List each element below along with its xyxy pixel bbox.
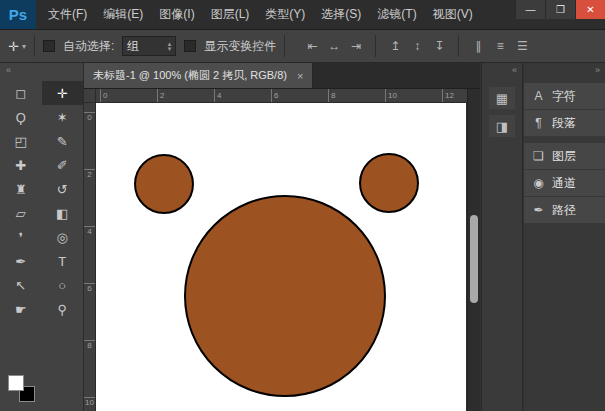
menu-layer[interactable]: 图层(L) — [203, 0, 258, 29]
gradient-tool[interactable]: ◧ — [42, 201, 84, 225]
right-ear-circle[interactable] — [360, 154, 418, 212]
ellipse-shape-tool[interactable]: ○ — [42, 273, 84, 297]
panel-group-1: ❏图层◉通道✒路径 — [524, 143, 605, 223]
maximize-button[interactable]: ❐ — [545, 0, 575, 19]
align-right-edges-button[interactable]: ⇥ — [347, 37, 365, 55]
panel-button-channels[interactable]: ◉通道 — [524, 170, 605, 196]
align-vertical-centers-button[interactable]: ↕ — [408, 37, 426, 55]
ruler-tick: 4 — [214, 89, 221, 102]
toolbar-collapse-icon[interactable]: « — [0, 63, 83, 81]
auto-select-label: 自动选择: — [63, 38, 114, 55]
crop-tool[interactable]: ◰ — [0, 129, 42, 153]
align-top-edges-button[interactable]: ↥ — [386, 37, 404, 55]
align-bottom-edges-button[interactable]: ↧ — [430, 37, 448, 55]
ruler-corner — [84, 89, 96, 103]
panel-button-character[interactable]: A字符 — [524, 83, 605, 109]
tool-preset-picker[interactable]: ✛ ▾ — [8, 39, 26, 54]
menu-file[interactable]: 文件(F) — [40, 0, 95, 29]
left-ear-circle[interactable] — [135, 155, 193, 213]
pen-tool-icon: ✒ — [15, 254, 26, 269]
hand-tool[interactable]: ☛ — [0, 297, 42, 321]
ruler-tick: 2 — [157, 89, 164, 102]
menu-type[interactable]: 类型(Y) — [257, 0, 313, 29]
eyedropper-tool[interactable]: ✎ — [42, 129, 84, 153]
ruler-tick: 10 — [385, 89, 397, 102]
show-transform-checkbox[interactable] — [184, 40, 196, 52]
window-controls: — ❐ ✕ — [515, 0, 605, 19]
menu-select[interactable]: 选择(S) — [313, 0, 369, 29]
zoom-tool[interactable]: ⚲ — [42, 297, 84, 321]
distribute-centers-button[interactable]: ≡ — [491, 37, 509, 55]
rectangular-marquee-tool-icon: ◻ — [15, 86, 26, 101]
channels-icon: ◉ — [532, 176, 545, 190]
zoom-tool-icon: ⚲ — [57, 302, 67, 317]
eyedropper-tool-icon: ✎ — [57, 134, 68, 149]
type-tool[interactable]: T — [42, 249, 84, 273]
menu-edit[interactable]: 编辑(E) — [95, 0, 151, 29]
options-separator — [375, 35, 376, 57]
ruler-tick: 10 — [84, 397, 95, 407]
tab-close-icon[interactable]: × — [297, 70, 303, 82]
healing-brush-tool[interactable]: ✚ — [0, 153, 42, 177]
brush-tool-icon: ✐ — [57, 158, 68, 173]
clone-stamp-tool[interactable]: ♜ — [0, 177, 42, 201]
panel-button-paragraph[interactable]: ¶段落 — [524, 110, 605, 136]
head-circle[interactable] — [185, 196, 385, 396]
auto-select-target-value: 组 — [127, 38, 139, 55]
foreground-color-swatch[interactable] — [8, 375, 24, 391]
panel-label-layers: 图层 — [552, 148, 576, 165]
eraser-tool[interactable]: ▱ — [0, 201, 42, 225]
options-separator — [284, 35, 285, 57]
align-group-1: ↥↕↧ — [386, 37, 448, 55]
path-selection-tool[interactable]: ↖ — [0, 273, 42, 297]
ruler-tick: 0 — [84, 112, 95, 122]
panel-button-layers[interactable]: ❏图层 — [524, 143, 605, 169]
minimize-button[interactable]: — — [515, 0, 545, 19]
menu-image[interactable]: 图像(I) — [151, 0, 202, 29]
menu-view[interactable]: 视图(V) — [425, 0, 481, 29]
canvas[interactable] — [96, 103, 466, 411]
collapsed-panel-dock: « ▦◨ — [481, 63, 523, 411]
document-tab-title: 未标题-1 @ 100% (椭圆 2 拷贝, RGB/8) — [93, 68, 287, 83]
close-button[interactable]: ✕ — [575, 0, 605, 19]
spinner-arrows-icon: ▴ ▾ — [168, 41, 172, 51]
history-brush-tool[interactable]: ↺ — [42, 177, 84, 201]
type-tool-icon: T — [58, 254, 66, 269]
dodge-tool[interactable]: ◎ — [42, 225, 84, 249]
collapsed-panel-icon-2[interactable]: ◨ — [489, 115, 515, 137]
eraser-tool-icon: ▱ — [16, 206, 26, 221]
vertical-scrollbar[interactable] — [467, 89, 480, 411]
blur-tool-icon: ❜ — [19, 230, 23, 245]
clone-stamp-tool-icon: ♜ — [15, 182, 27, 197]
gradient-tool-icon: ◧ — [56, 206, 68, 221]
align-horizontal-centers-button[interactable]: ↔ — [325, 37, 343, 55]
panel-button-paths[interactable]: ✒路径 — [524, 197, 605, 223]
lasso-tool[interactable]: Ϙ — [0, 105, 42, 129]
pen-tool[interactable]: ✒ — [0, 249, 42, 273]
spinner-down-icon: ▾ — [168, 46, 172, 51]
align-left-edges-button[interactable]: ⇤ — [303, 37, 321, 55]
panel-group-0: A字符¶段落 — [524, 83, 605, 136]
document-tab[interactable]: 未标题-1 @ 100% (椭圆 2 拷贝, RGB/8) × — [84, 63, 313, 88]
right-dock-collapse-icon[interactable]: » — [524, 63, 605, 81]
dock-collapse-icon[interactable]: « — [482, 63, 522, 81]
collapsed-panel-icon-1[interactable]: ▦ — [489, 87, 515, 109]
crop-tool-icon: ◰ — [15, 134, 27, 149]
brush-tool[interactable]: ✐ — [42, 153, 84, 177]
panel-label-character: 字符 — [552, 88, 576, 105]
distribute-horizontal-button[interactable]: ∥ — [469, 37, 487, 55]
options-separator — [34, 35, 35, 57]
auto-select-target-dropdown[interactable]: 组 ▴ ▾ — [122, 36, 176, 56]
magic-wand-tool[interactable]: ✶ — [42, 105, 84, 129]
path-selection-tool-icon: ↖ — [15, 278, 26, 293]
scrollbar-thumb[interactable] — [470, 215, 478, 303]
ruler-tick: 6 — [84, 283, 95, 293]
move-tool[interactable]: ✛ — [42, 81, 84, 105]
panel-label-channels: 通道 — [552, 175, 576, 192]
menu-filter[interactable]: 滤镜(T) — [369, 0, 424, 29]
blur-tool[interactable]: ❜ — [0, 225, 42, 249]
color-swatches — [8, 375, 38, 405]
distribute-vertical-button[interactable]: ☰ — [513, 37, 531, 55]
auto-select-checkbox[interactable] — [43, 40, 55, 52]
rectangular-marquee-tool[interactable]: ◻ — [0, 81, 42, 105]
